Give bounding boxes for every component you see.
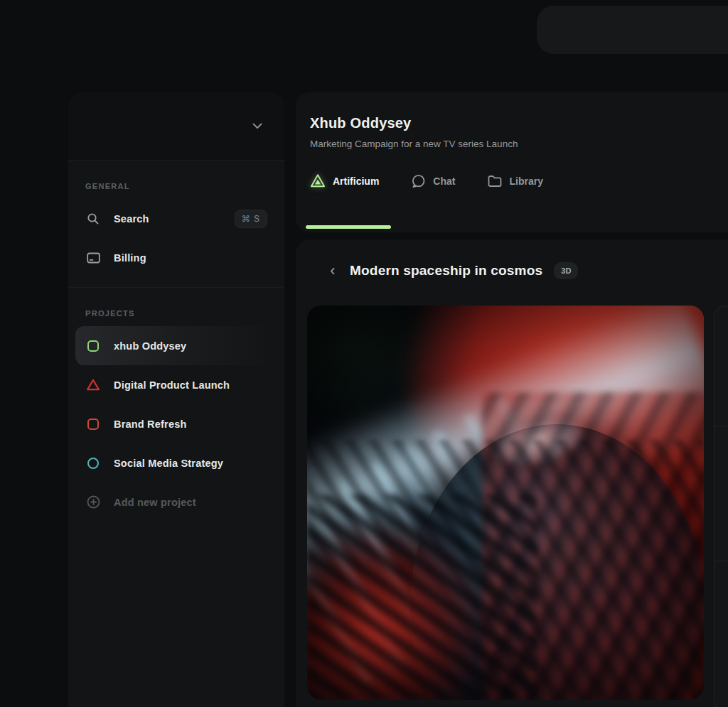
project-header-panel: Xhub Oddysey Marketing Campaign for a ne… bbox=[296, 92, 728, 232]
back-chevron-icon[interactable]: ‹ bbox=[324, 262, 341, 279]
project-label: Social Media Strategy bbox=[114, 458, 223, 469]
shortcut-badge: ⌘ S bbox=[235, 210, 267, 228]
project-label: Digital Product Launch bbox=[114, 379, 230, 391]
sidebar-item-label: Billing bbox=[114, 252, 146, 264]
project-square-icon bbox=[85, 416, 101, 432]
3d-badge: 3D bbox=[554, 262, 578, 279]
sidebar-item-label: Search bbox=[114, 213, 149, 225]
sidebar-header bbox=[68, 92, 284, 161]
project-label: Brand Refresh bbox=[114, 419, 187, 430]
project-triangle-icon bbox=[85, 377, 101, 393]
project-label: xhub Oddysey bbox=[114, 340, 186, 352]
add-new-project-button[interactable]: Add new project bbox=[75, 482, 277, 522]
generated-image[interactable] bbox=[307, 306, 704, 700]
artwork-layer-vignette bbox=[307, 306, 704, 700]
artificium-logo-icon bbox=[310, 173, 326, 188]
tab-library[interactable]: Library bbox=[488, 175, 542, 188]
project-circle-icon bbox=[85, 455, 101, 471]
card-divider bbox=[714, 426, 728, 426]
billing-card-icon bbox=[85, 250, 101, 266]
card-divider bbox=[714, 561, 728, 561]
adjacent-card-partial[interactable] bbox=[714, 306, 728, 707]
generation-header: ‹ Modern spaceship in cosmos 3D bbox=[307, 262, 728, 279]
add-new-project-label: Add new project bbox=[114, 497, 196, 508]
folder-icon bbox=[488, 175, 502, 188]
tab-bar: Artificium Chat Library bbox=[310, 173, 728, 188]
section-label-projects: PROJECTS bbox=[85, 288, 267, 326]
decorative-window-shape bbox=[537, 6, 728, 54]
page-subtitle: Marketing Campaign for a new TV series L… bbox=[310, 139, 728, 149]
sidebar-project-digital-product-launch[interactable]: Digital Product Launch bbox=[75, 365, 277, 404]
generation-title: Modern spaceship in cosmos bbox=[350, 263, 542, 279]
page-title: Xhub Oddysey bbox=[310, 115, 728, 131]
active-tab-indicator bbox=[306, 225, 391, 229]
section-label-general: GENERAL bbox=[85, 161, 267, 199]
sidebar-project-social-media-strategy[interactable]: Social Media Strategy bbox=[75, 443, 277, 482]
chat-bubble-icon bbox=[412, 174, 426, 188]
sidebar-project-xhub-oddysey[interactable]: xhub Oddysey bbox=[75, 326, 277, 365]
project-square-icon bbox=[85, 338, 101, 354]
artificium-content-panel: ‹ Modern spaceship in cosmos 3D bbox=[296, 239, 728, 707]
sidebar-item-billing[interactable]: Billing bbox=[75, 238, 277, 277]
search-icon bbox=[85, 211, 101, 227]
tab-label: Library bbox=[509, 176, 542, 187]
sidebar-project-brand-refresh[interactable]: Brand Refresh bbox=[75, 404, 277, 443]
sidebar: GENERAL Search ⌘ S Billing PROJECTS xhub… bbox=[68, 92, 284, 707]
tab-label: Artificium bbox=[333, 176, 379, 187]
tab-chat[interactable]: Chat bbox=[412, 174, 455, 188]
chevron-down-icon[interactable] bbox=[247, 117, 267, 136]
plus-circle-icon bbox=[85, 495, 101, 510]
sidebar-item-search[interactable]: Search ⌘ S bbox=[75, 199, 277, 238]
tab-label: Chat bbox=[433, 176, 455, 187]
tab-artificium[interactable]: Artificium bbox=[310, 173, 379, 188]
